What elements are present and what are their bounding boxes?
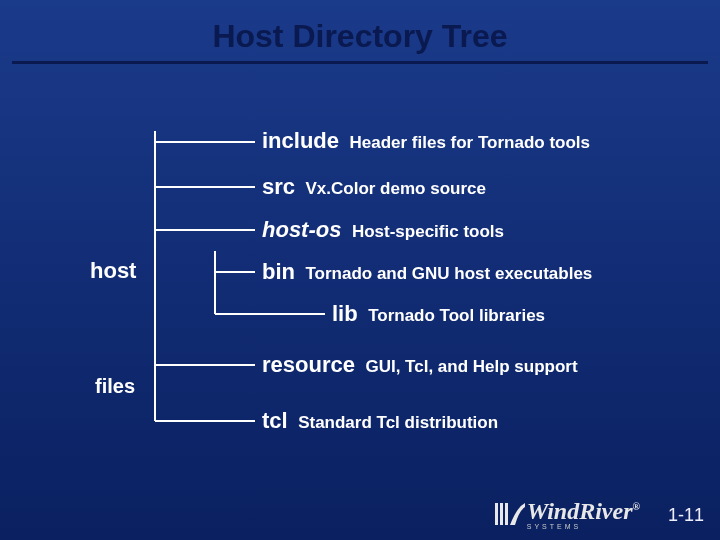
dir-desc: Host-specific tools <box>352 222 504 241</box>
tree-node-tcl: tcl Standard Tcl distribution <box>262 408 498 434</box>
dir-name: lib <box>332 301 358 326</box>
dir-name: src <box>262 174 295 199</box>
dir-desc: Vx.Color demo source <box>306 179 486 198</box>
tree-node-src: src Vx.Color demo source <box>262 174 486 200</box>
tree-root-host: host <box>90 258 136 284</box>
svg-rect-11 <box>500 503 503 525</box>
dir-desc: Standard Tcl distribution <box>298 413 498 432</box>
tree-node-lib: lib Tornado Tool libraries <box>332 301 545 327</box>
dir-name: host-os <box>262 217 341 242</box>
tree-node-resource: resource GUI, Tcl, and Help support <box>262 352 578 378</box>
dir-name: include <box>262 128 339 153</box>
dir-name: bin <box>262 259 295 284</box>
page-number: 1-11 <box>668 505 704 526</box>
dir-name: resource <box>262 352 355 377</box>
dir-desc: GUI, Tcl, and Help support <box>365 357 577 376</box>
tree-root-files: files <box>95 375 135 398</box>
tree-node-include: include Header files for Tornado tools <box>262 128 590 154</box>
logo-mark-icon <box>493 499 527 529</box>
svg-rect-12 <box>505 503 508 525</box>
dir-desc: Tornado and GNU host executables <box>305 264 592 283</box>
dir-desc: Tornado Tool libraries <box>368 306 545 325</box>
svg-rect-10 <box>495 503 498 525</box>
tree-node-bin: bin Tornado and GNU host executables <box>262 259 592 285</box>
logo-text: WindRiver® <box>527 498 640 525</box>
windriver-logo: WindRiver® SYSTEMS <box>493 498 640 530</box>
dir-desc: Header files for Tornado tools <box>349 133 590 152</box>
dir-name: tcl <box>262 408 288 433</box>
tree-node-hostos: host-os Host-specific tools <box>262 217 504 243</box>
logo-subtext: SYSTEMS <box>527 523 581 530</box>
